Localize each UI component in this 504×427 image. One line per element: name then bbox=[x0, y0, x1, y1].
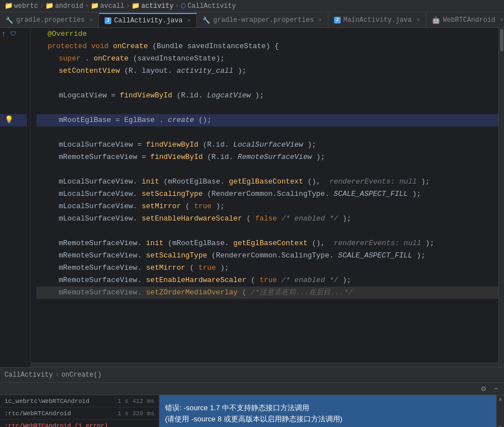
gutter-line-13 bbox=[0, 176, 27, 188]
code-line-9 bbox=[36, 126, 498, 139]
panel-left-list: ic_webrtc\WebRTCAndroid 1 s 412 ms :rtc/… bbox=[0, 395, 159, 427]
code-line-7 bbox=[36, 102, 498, 114]
breadcrumb-item-activity[interactable]: 📁 activity bbox=[131, 2, 173, 10]
gutter-line-22 bbox=[0, 287, 27, 299]
gutter-line-2 bbox=[0, 40, 27, 53]
bulb-icon[interactable]: 💡 bbox=[4, 114, 13, 126]
code-editor[interactable]: @Override protected void onCreate (Bundl… bbox=[31, 28, 498, 367]
gutter-line-12 bbox=[0, 163, 27, 176]
tab-callactivity[interactable]: J CallActivity.java × bbox=[99, 13, 197, 27]
shield-icon: 🛡 bbox=[10, 28, 16, 40]
code-line-12 bbox=[36, 163, 498, 176]
class-icon: ⬡ bbox=[181, 2, 186, 10]
code-line-15: mLocalSurfaceView. setMirror ( true ); bbox=[36, 200, 498, 213]
bottom-panel-content: ic_webrtc\WebRTCAndroid 1 s 412 ms :rtc/… bbox=[0, 395, 504, 427]
gutter-line-8: 💡 bbox=[0, 114, 27, 126]
code-line-11: mRemoteSurfaceView = findViewById (R.id.… bbox=[36, 151, 498, 163]
gutter-line-14 bbox=[0, 188, 27, 200]
panel-row-time-2: 1 s 329 ms bbox=[117, 410, 154, 417]
gutter-line-20 bbox=[0, 262, 27, 274]
panel-row-time-1: 1 s 412 ms bbox=[117, 398, 154, 405]
code-line-19: mRemoteSurfaceView. setScalingType (Rend… bbox=[36, 250, 498, 262]
breadcrumb-item-webrtc[interactable]: 📁 webrtc bbox=[4, 2, 38, 10]
close-tab-icon[interactable]: × bbox=[500, 17, 503, 24]
close-tab-icon[interactable]: × bbox=[416, 17, 420, 24]
gutter-line-17 bbox=[0, 225, 27, 237]
gutter-line-1: ↑ 🛡 bbox=[0, 28, 27, 40]
code-line-6: mLogcatView = findViewById (R.id. Logcat… bbox=[36, 90, 498, 102]
settings-icon[interactable]: ⚙ bbox=[479, 383, 488, 395]
code-line-1: @Override bbox=[36, 28, 498, 40]
code-line-20: mRemoteSurfaceView. setMirror ( true ); bbox=[36, 262, 498, 274]
folder-icon: 📁 bbox=[45, 2, 54, 10]
gradle-icon: 🔧 bbox=[6, 17, 13, 24]
panel-right-error: 错误: -source 1.7 中不支持静态接口方法调用 (请使用 -sourc… bbox=[159, 395, 496, 427]
gutter-line-11 bbox=[0, 151, 27, 163]
error-sub-text: (请使用 -source 8 或更高版本以启用静态接口方法调用) bbox=[165, 414, 491, 424]
panel-row-label-2: :rtc/WebRTCAndroid bbox=[4, 410, 113, 417]
gutter-line-19 bbox=[0, 250, 27, 262]
scroll-up-icon[interactable]: ▲ bbox=[498, 396, 502, 402]
folder-icon: 📁 bbox=[4, 2, 13, 10]
android-icon: 🤖 bbox=[432, 16, 440, 25]
scrollbar-thumb[interactable] bbox=[500, 29, 503, 51]
gutter-line-21 bbox=[0, 274, 27, 287]
code-line-10: mLocalSurfaceView = findViewById (R.id. … bbox=[36, 139, 498, 151]
close-tab-icon[interactable]: × bbox=[89, 17, 93, 24]
code-line-14: mLocalSurfaceView. setScalingType (Rende… bbox=[36, 188, 498, 200]
folder-icon: 📁 bbox=[131, 2, 140, 10]
tab-webrtcandroid[interactable]: 🤖 WebRTCAndroid × bbox=[426, 13, 504, 27]
breadcrumb-bar: 📁 webrtc › 📁 android › 📁 avcall › 📁 acti… bbox=[0, 0, 504, 12]
gradle-icon: 🔧 bbox=[202, 17, 210, 24]
panel-error-row: :rtc/WebRTCAndroid (1 error) bbox=[0, 420, 159, 427]
bottom-panel-header: ⚙ − bbox=[0, 383, 504, 395]
editor-container: ↑ 🛡 💡 @Override bbox=[0, 28, 504, 367]
close-tab-icon[interactable]: × bbox=[318, 17, 322, 24]
gutter-line-10 bbox=[0, 139, 27, 151]
code-line-21: mRemoteSurfaceView. setEnableHardwareSca… bbox=[36, 274, 498, 287]
code-line-4: setContentView (R. layout. activity_call… bbox=[36, 65, 498, 77]
panel-row-2[interactable]: :rtc/WebRTCAndroid 1 s 329 ms bbox=[0, 407, 159, 420]
gutter-line-16 bbox=[0, 213, 27, 225]
scroll-down-icon[interactable]: ▼ bbox=[498, 425, 502, 427]
bottom-panel: ⚙ − ic_webrtc\WebRTCAndroid 1 s 412 ms :… bbox=[0, 382, 504, 427]
horizontal-scrollbar[interactable] bbox=[31, 363, 498, 367]
code-line-5 bbox=[36, 77, 498, 90]
gutter-line-18 bbox=[0, 237, 27, 250]
minimize-icon[interactable]: − bbox=[492, 383, 501, 395]
code-line-18: mRemoteSurfaceView. init (mRootEglBase. … bbox=[36, 237, 498, 250]
breadcrumb-item-avcall[interactable]: 📁 avcall bbox=[91, 2, 124, 10]
gutter-line-7 bbox=[0, 102, 27, 114]
arrow-up-icon: ↑ bbox=[1, 28, 6, 40]
code-line-2: protected void onCreate (Bundle savedIns… bbox=[36, 40, 498, 53]
status-method: onCreate() bbox=[62, 371, 102, 379]
code-line-22: mRemoteSurfaceView. setZOrderMediaOverla… bbox=[36, 287, 498, 299]
code-line-3: super . onCreate (savedInstanceState); bbox=[36, 53, 498, 65]
gutter-line-4 bbox=[0, 65, 27, 77]
java-icon: J bbox=[334, 17, 341, 24]
tab-gradle-properties[interactable]: 🔧 gradle.properties × bbox=[0, 13, 99, 27]
code-line-13: mLocalSurfaceView. init (mRootEglBase. g… bbox=[36, 176, 498, 188]
gutter-line-6 bbox=[0, 90, 27, 102]
gutter-line-9 bbox=[0, 126, 27, 139]
code-line-17 bbox=[36, 225, 498, 237]
tab-bar: 🔧 gradle.properties × J CallActivity.jav… bbox=[0, 12, 504, 28]
breadcrumb-item-callactivity[interactable]: ⬡ CallActivity bbox=[181, 2, 235, 10]
code-line-16: mLocalSurfaceView. setEnableHardwareScal… bbox=[36, 213, 498, 225]
code-line-8: mRootEglBase = EglBase . create (); bbox=[36, 114, 498, 126]
breadcrumb-item-android[interactable]: 📁 android bbox=[45, 2, 83, 10]
gutter-line-3 bbox=[0, 53, 27, 65]
panel-scrollbar[interactable]: ▲ ▼ bbox=[496, 395, 504, 427]
gutter-line-15 bbox=[0, 200, 27, 213]
status-breadcrumb: CallActivity › onCreate() bbox=[4, 371, 102, 379]
status-file: CallActivity bbox=[4, 371, 53, 379]
tab-gradle-wrapper[interactable]: 🔧 gradle-wrapper.properties × bbox=[197, 13, 328, 27]
java-icon: J bbox=[105, 17, 111, 24]
vertical-scrollbar[interactable] bbox=[498, 28, 504, 367]
close-tab-icon[interactable]: × bbox=[187, 17, 191, 24]
panel-row-label-1: ic_webrtc\WebRTCAndroid bbox=[4, 398, 113, 405]
panel-error-label: :rtc/WebRTCAndroid (1 error) bbox=[4, 423, 108, 427]
code-area: @Override protected void onCreate (Bundl… bbox=[31, 28, 498, 363]
tab-mainactivity[interactable]: J MainActivity.java × bbox=[328, 13, 426, 27]
panel-row-1[interactable]: ic_webrtc\WebRTCAndroid 1 s 412 ms bbox=[0, 395, 159, 407]
